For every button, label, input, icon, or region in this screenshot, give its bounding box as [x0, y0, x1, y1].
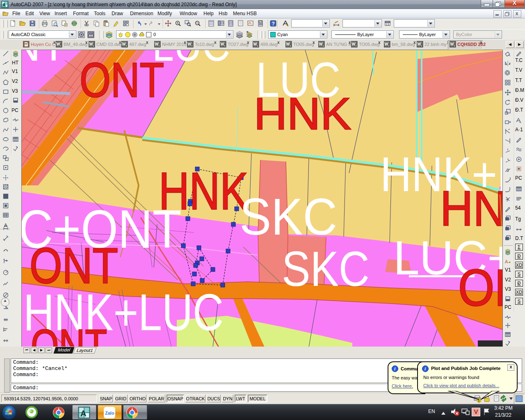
svg-text:NT: NT — [21, 50, 67, 71]
svg-text:?: ? — [272, 21, 275, 27]
svg-text:A: A — [2, 2, 6, 7]
svg-text:HNK: HNK — [254, 88, 351, 139]
svg-text:Zalo: Zalo — [105, 411, 114, 415]
svg-text:ONT: ONT — [31, 320, 107, 347]
svg-text:ONT: ONT — [458, 259, 503, 317]
svg-text:SKC: SKC — [240, 187, 337, 246]
svg-text:ONT: ONT — [80, 52, 164, 107]
svg-text:A: A — [80, 409, 86, 418]
svg-text:A: A — [505, 259, 508, 264]
svg-text:SKC: SKC — [282, 241, 370, 296]
svg-text:LUC: LUC — [152, 50, 230, 71]
svg-text:HNK: HNK — [440, 181, 503, 236]
